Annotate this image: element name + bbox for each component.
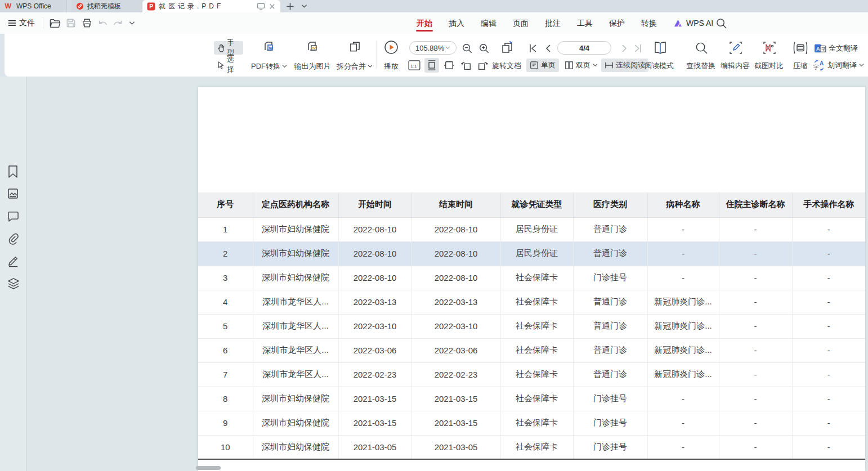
table-cell: 2022-03-13 (411, 290, 500, 314)
medical-records-table: 序号定点医药机构名称开始时间结束时间就诊凭证类型医疗类别病种名称住院主诊断名称手… (198, 192, 865, 460)
open-folder-icon (50, 19, 61, 28)
group-divider (376, 41, 377, 69)
menu-item-annotate[interactable]: 批注 (544, 12, 561, 34)
next-page-button[interactable] (619, 43, 629, 54)
rotate-left-button[interactable] (459, 59, 473, 71)
file-menu-button[interactable]: 文件 (5, 18, 38, 28)
table-row: 3深圳市妇幼保健院2022-08-102022-08-10社会保障卡门诊挂号--… (198, 266, 865, 290)
table-cell: 6 (198, 338, 253, 362)
read-mode-label[interactable]: 阅读模式 (641, 61, 677, 71)
zoom-in-button[interactable] (477, 42, 491, 55)
edit-content-button[interactable] (728, 41, 743, 55)
actual-size-button[interactable]: 1:1 (408, 59, 421, 71)
save-button[interactable] (64, 16, 78, 30)
table-cell: - (647, 241, 719, 266)
hamburger-icon (8, 20, 16, 26)
menu-search-button[interactable] (715, 17, 728, 30)
table-cell: 2022-03-06 (411, 338, 500, 362)
table-cell: - (719, 411, 792, 435)
signature-panel-button[interactable] (7, 255, 20, 268)
find-replace-button[interactable] (694, 41, 709, 55)
first-page-icon (529, 44, 537, 53)
play-label: 播放 (384, 61, 399, 71)
menu-item-page[interactable]: 页面 (512, 12, 529, 34)
rotate-right-button[interactable] (476, 59, 490, 71)
menu-item-protect[interactable]: 保护 (609, 12, 625, 34)
pdf-page[interactable]: 序号定点医药机构名称开始时间结束时间就诊凭证类型医疗类别病种名称住院主诊断名称手… (198, 87, 865, 471)
attachment-panel-button[interactable] (7, 233, 20, 245)
tab-label: WPS Office (16, 2, 51, 10)
wps-ai-button[interactable]: WPS AI (673, 12, 713, 34)
open-button[interactable] (48, 16, 62, 30)
table-cell: 门诊挂号 (573, 435, 647, 459)
swap-pages-button[interactable] (499, 40, 516, 56)
compress-label[interactable]: 压缩 (787, 61, 814, 71)
quick-access-more-button[interactable] (127, 16, 137, 30)
export-image-button[interactable]: 输出为图片 (290, 39, 334, 71)
compress-button[interactable] (792, 41, 809, 55)
table-cell: 居民身份证 (500, 241, 573, 266)
tab-document-active[interactable]: P 就医记录.PDF (142, 0, 280, 12)
close-icon[interactable] (269, 3, 276, 10)
zoom-out-button[interactable] (460, 42, 474, 55)
rotate-doc-label[interactable]: 旋转文档 (492, 61, 521, 71)
menu-item-tools[interactable]: 工具 (576, 12, 593, 34)
hand-tool-button[interactable]: 手型 (214, 41, 243, 55)
double-page-button[interactable]: 双页 (561, 59, 601, 72)
chevron-down-icon (368, 65, 373, 68)
full-translate-button[interactable]: A字 全文翻译 (814, 42, 858, 55)
new-tab-button[interactable] (284, 1, 296, 12)
table-cell: 深圳市妇幼保健院 (253, 411, 338, 435)
menu-item-convert[interactable]: 转换 (641, 12, 657, 34)
save-icon (66, 18, 76, 28)
edit-content-label[interactable]: 编辑内容 (717, 61, 753, 71)
last-page-button[interactable] (633, 43, 643, 54)
fit-width-button[interactable] (424, 58, 439, 73)
svg-text:字: 字 (821, 46, 826, 52)
prev-page-button[interactable] (543, 43, 553, 54)
comment-panel-button[interactable] (7, 211, 20, 223)
continuous-read-icon (605, 61, 614, 69)
horizontal-scrollbar-thumb[interactable] (196, 466, 221, 470)
zoom-level-select[interactable]: 105.88% (409, 41, 457, 55)
menu-item-home[interactable]: 开始 (416, 12, 433, 34)
tab-wps-office[interactable]: W WPS Office (0, 0, 67, 12)
chevron-down-icon (129, 21, 135, 25)
tab-docer-templates[interactable]: 找稻壳模板 (71, 0, 142, 12)
read-mode-button[interactable] (651, 40, 669, 56)
print-button[interactable] (79, 16, 94, 30)
page-number-input[interactable]: 4/4 (557, 41, 611, 55)
find-replace-label[interactable]: 查找替换 (683, 61, 719, 71)
menu-item-edit[interactable]: 编辑 (480, 12, 497, 34)
undo-button[interactable] (95, 16, 110, 30)
layers-panel-button[interactable] (7, 277, 20, 290)
split-merge-button[interactable]: 拆分合并 (333, 39, 376, 71)
next-page-icon (621, 44, 628, 53)
table-cell: 门诊挂号 (573, 266, 647, 290)
table-cell: - (647, 387, 719, 411)
single-page-button[interactable]: 单页 (526, 59, 559, 72)
table-cell: - (792, 314, 865, 338)
find-replace-icon (695, 42, 708, 55)
bookmark-panel-button[interactable] (7, 165, 20, 178)
first-page-button[interactable] (528, 43, 538, 54)
redo-button[interactable] (111, 16, 126, 30)
play-button[interactable]: 播放 (379, 39, 404, 71)
bookmark-icon (7, 165, 19, 178)
thumbnail-panel-button[interactable] (7, 188, 20, 200)
table-cell: - (792, 362, 865, 387)
zoom-level-value: 105.88% (415, 44, 444, 52)
table-cell: 新冠肺炎门诊... (647, 362, 719, 387)
fit-page-button[interactable] (442, 59, 456, 71)
table-cell: 社会保障卡 (500, 387, 573, 411)
quick-access-toolbar: 文件 (5, 12, 138, 34)
table-row: 10深圳市妇幼保健院2021-03-052021-03-05社会保障卡门诊挂号-… (198, 435, 865, 459)
screenshot-compare-label[interactable]: 截图对比 (751, 61, 787, 71)
display-icon[interactable] (257, 3, 265, 10)
screenshot-compare-button[interactable] (762, 41, 777, 55)
select-tool-button[interactable]: 选择 (214, 58, 243, 71)
word-translate-button[interactable]: 字A 划词翻译 (813, 59, 864, 72)
menu-item-insert[interactable]: 插入 (448, 12, 465, 34)
tab-list-button[interactable] (298, 1, 310, 12)
pdf-convert-button[interactable]: W PDF转换 (247, 39, 292, 71)
